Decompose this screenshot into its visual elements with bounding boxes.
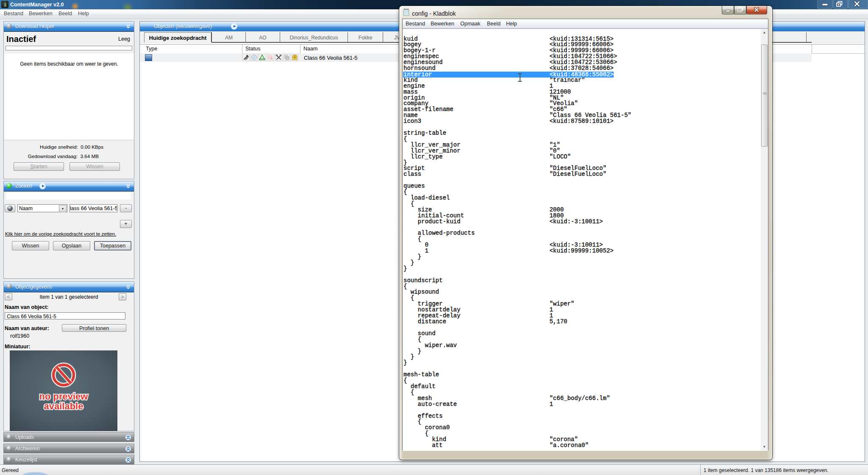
svg-text:no preview: no preview	[39, 391, 89, 402]
svg-text:www: www	[259, 57, 265, 60]
svg-text:available: available	[44, 401, 83, 411]
